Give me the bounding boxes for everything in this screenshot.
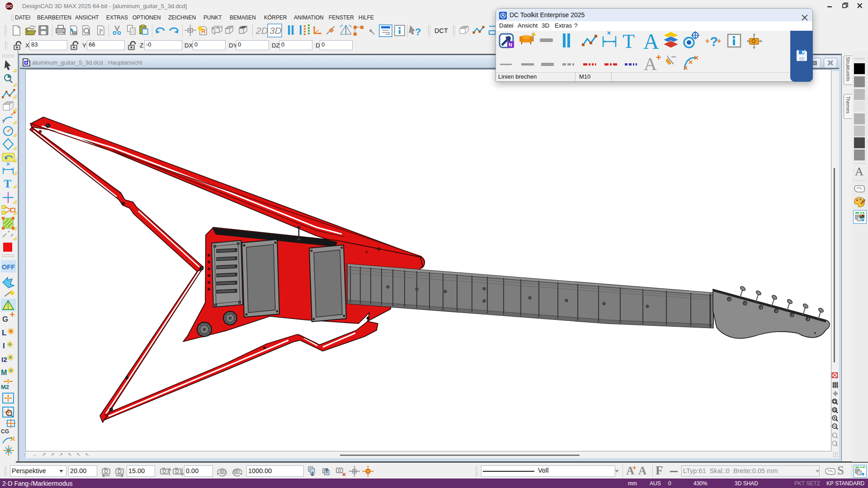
svg-text:T: T [623, 31, 635, 52]
svg-text:+: + [717, 37, 721, 45]
svg-text:CG: CG [1, 428, 9, 435]
svg-text:P: P [99, 28, 103, 35]
svg-text:I: I [3, 342, 5, 350]
svg-text:M: M [1, 369, 7, 376]
svg-text:?: ? [415, 26, 421, 38]
svg-text:3D: 3D [269, 25, 282, 36]
svg-text:DC: DC [6, 4, 12, 9]
svg-text:?: ? [2, 119, 5, 124]
svg-text:I2: I2 [1, 356, 7, 363]
svg-text:2D: 2D [255, 25, 268, 36]
svg-text:+: + [705, 37, 709, 45]
svg-text:+: + [656, 52, 661, 62]
svg-text:A: A [644, 54, 657, 72]
svg-text:A: A [643, 31, 659, 53]
svg-text:L: L [2, 328, 6, 337]
svg-text:N: N [509, 42, 512, 47]
svg-text:M2: M2 [1, 384, 9, 390]
svg-text:DCT: DCT [434, 27, 448, 34]
svg-text:G: G [2, 315, 8, 324]
svg-text:T: T [4, 177, 11, 190]
svg-text:OFF: OFF [2, 263, 15, 271]
